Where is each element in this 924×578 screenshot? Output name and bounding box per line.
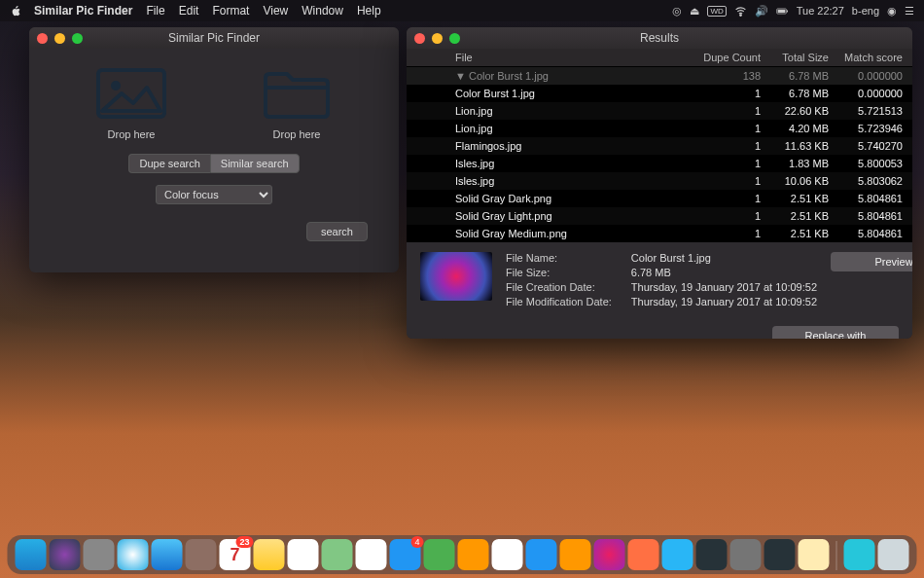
dock-ibooks-icon[interactable]: [628, 539, 659, 570]
finder-title: Similar Pic Finder: [29, 31, 399, 45]
app-name[interactable]: Similar Pic Finder: [34, 4, 132, 18]
table-row[interactable]: Solid Gray Light.png12.51 KB5.804861: [407, 207, 912, 225]
dropzone-images-label: Drop here: [108, 128, 156, 140]
symlink-button[interactable]: Replace with Symbolic Link: [772, 326, 899, 339]
cell-score: 5.804861: [835, 225, 912, 242]
cell-score: 5.804861: [835, 207, 912, 225]
seg-dupe-search[interactable]: Dupe search: [128, 154, 209, 173]
dock-xcode-icon[interactable]: [696, 539, 728, 570]
cell-size: 2.51 KB: [766, 225, 835, 242]
search-mode-segment: Dupe search Similar search: [49, 154, 379, 173]
dock-facetime-icon[interactable]: [424, 539, 455, 570]
image-icon: [92, 64, 170, 123]
cell-dupe: 1: [689, 102, 766, 120]
dock-garageband-icon[interactable]: [560, 539, 591, 570]
status-notification-icon[interactable]: ☰: [905, 5, 914, 18]
dock-similar-pic-finder-icon[interactable]: [799, 539, 830, 570]
folder-icon: [258, 64, 336, 123]
dock-siri-icon[interactable]: [50, 539, 81, 570]
dock-separator: [836, 541, 837, 570]
col-file[interactable]: File: [407, 49, 689, 66]
dock-launchpad-icon[interactable]: [84, 539, 115, 570]
table-row[interactable]: Isles.jpg110.06 KB5.803062: [407, 172, 912, 190]
dock-reminders-icon[interactable]: [288, 539, 319, 570]
status-airplay-icon[interactable]: ⏏: [690, 5, 699, 18]
dropzone-images[interactable]: Drop here: [92, 64, 170, 140]
cell-dupe: 1: [689, 225, 766, 242]
menu-window[interactable]: Window: [302, 4, 343, 18]
badge: 23: [235, 536, 253, 548]
dock-messages-icon[interactable]: 4: [390, 539, 421, 570]
dock-keynote-icon[interactable]: [526, 539, 557, 570]
dock-finder-icon[interactable]: [16, 539, 47, 570]
menu-format[interactable]: Format: [212, 4, 249, 18]
apple-menu-icon[interactable]: [10, 4, 22, 18]
results-table[interactable]: ▼ Color Burst 1.jpg1386.78 MB0.000000Col…: [407, 67, 912, 242]
menu-help[interactable]: Help: [357, 4, 381, 18]
cell-dupe: 1: [689, 155, 766, 172]
status-disk-icon[interactable]: WD: [707, 6, 726, 17]
focus-select[interactable]: Color focus: [156, 185, 272, 204]
table-row[interactable]: Flamingos.jpg111.63 KB5.740270: [407, 137, 912, 155]
menu-view[interactable]: View: [263, 4, 288, 18]
status-wifi-icon[interactable]: [734, 4, 747, 18]
dock-notes-icon[interactable]: [254, 539, 285, 570]
finder-titlebar[interactable]: Similar Pic Finder: [29, 27, 399, 49]
dock-trash-icon[interactable]: [878, 539, 909, 570]
dock-terminal-icon[interactable]: [764, 539, 796, 570]
table-row[interactable]: Solid Gray Medium.png12.51 KB5.804861: [407, 225, 912, 242]
table-row[interactable]: Isles.jpg11.83 MB5.800053: [407, 155, 912, 172]
cell-size: 10.06 KB: [766, 172, 835, 190]
svg-point-5: [111, 81, 121, 90]
status-volume-icon[interactable]: 🔊: [755, 5, 768, 18]
dock-maps-icon[interactable]: [322, 539, 353, 570]
table-row[interactable]: Lion.jpg122.60 KB5.721513: [407, 102, 912, 120]
results-titlebar[interactable]: Results: [407, 27, 912, 49]
dock-pages-icon[interactable]: [458, 539, 489, 570]
dock-preferences-icon[interactable]: [730, 539, 762, 570]
status-spotlight-icon[interactable]: ◉: [887, 5, 897, 18]
results-window: Results File Dupe Count Total Size Match…: [407, 27, 912, 339]
detail-value-modified: Thursday, 19 January 2017 at 10:09:52: [631, 296, 817, 307]
col-size[interactable]: Total Size: [766, 49, 835, 66]
dock-numbers-icon[interactable]: [492, 539, 523, 570]
svg-rect-2: [777, 10, 785, 13]
table-row[interactable]: Solid Gray Dark.png12.51 KB5.804861: [407, 190, 912, 207]
dock-itunes-icon[interactable]: [594, 539, 625, 570]
col-score[interactable]: Match score: [835, 49, 912, 66]
menu-edit[interactable]: Edit: [179, 4, 199, 18]
dropzone-folder[interactable]: Drop here: [258, 64, 336, 140]
status-clock[interactable]: Tue 22:27: [797, 5, 844, 17]
dock-contacts-icon[interactable]: [186, 539, 217, 570]
dock-calendar-icon[interactable]: 723: [220, 539, 251, 570]
status-donotdisturb-icon[interactable]: ◎: [672, 5, 682, 18]
dock-mail-icon[interactable]: [152, 539, 183, 570]
table-row[interactable]: Color Burst 1.jpg16.78 MB0.000000: [407, 85, 912, 102]
badge: 4: [410, 536, 423, 548]
cell-dupe: 1: [689, 137, 766, 155]
table-row[interactable]: Lion.jpg14.20 MB5.723946: [407, 120, 912, 137]
dock-appstore-icon[interactable]: [662, 539, 693, 570]
dropzone-folder-label: Drop here: [273, 128, 321, 140]
dock-safari-icon[interactable]: [118, 539, 149, 570]
results-path-row: File Path: /Library/Desktop Pictures/Col…: [407, 320, 912, 339]
cell-dupe: 1: [689, 172, 766, 190]
table-row[interactable]: ▼ Color Burst 1.jpg1386.78 MB0.000000: [407, 67, 912, 85]
status-user[interactable]: b-eng: [852, 5, 879, 17]
cell-score: 5.803062: [835, 172, 912, 190]
cell-file: Lion.jpg: [407, 120, 689, 137]
status-battery-icon[interactable]: [776, 4, 789, 18]
cell-score: 5.740270: [835, 137, 912, 155]
cell-file: Flamingos.jpg: [407, 137, 689, 155]
seg-similar-search[interactable]: Similar search: [210, 154, 300, 173]
menu-file[interactable]: File: [146, 4, 164, 18]
dock-downloads-icon[interactable]: [844, 539, 875, 570]
col-dupe[interactable]: Dupe Count: [689, 49, 766, 66]
cell-dupe: 1: [689, 120, 766, 137]
preview-button[interactable]: Preview: [831, 252, 912, 271]
cell-file: Isles.jpg: [407, 155, 689, 172]
dock-photos-icon[interactable]: [356, 539, 387, 570]
cell-size: 4.20 MB: [766, 120, 835, 137]
search-button[interactable]: search: [306, 222, 368, 241]
results-header: File Dupe Count Total Size Match score: [407, 49, 912, 67]
